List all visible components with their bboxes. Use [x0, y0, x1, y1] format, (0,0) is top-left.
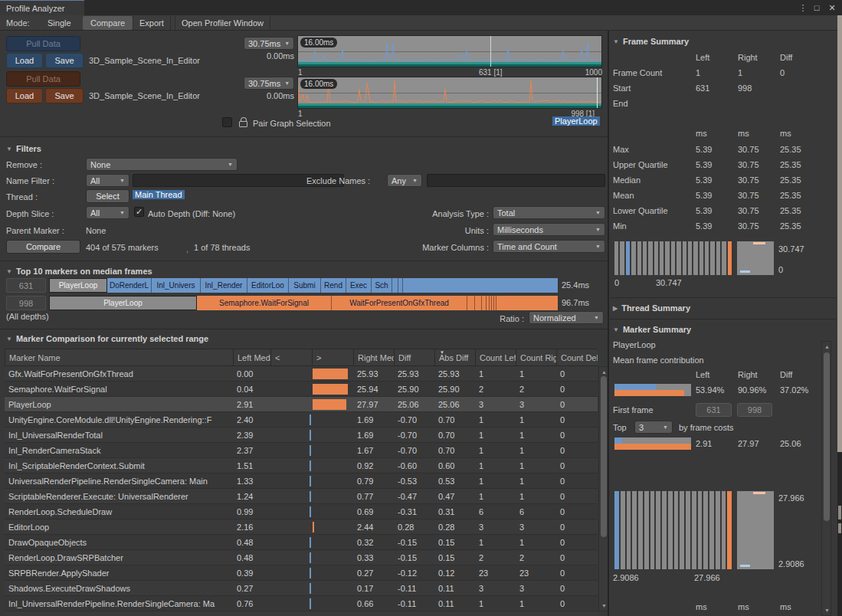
scroll-down-icon[interactable]: ▼ [824, 608, 831, 613]
table-row[interactable]: SRPBRender.ApplyShader0.390.27-0.120.122… [5, 565, 598, 581]
analysis-type-dropdown[interactable]: Total▼ [493, 206, 605, 219]
table-row[interactable]: Inl_RenderCameraStack2.371.67-0.700.7011… [5, 443, 598, 458]
summary-scrollbar[interactable]: ▲ ▼ [821, 341, 831, 616]
table-row[interactable]: DrawOpaqueObjects0.480.32-0.150.15110 [5, 535, 598, 550]
table-row[interactable]: Inl_ScriptableRenderContext.Submit1.510.… [5, 458, 598, 473]
top10-header[interactable]: ▼Top 10 markers on median frames [6, 267, 152, 276]
column-header-2[interactable]: < [270, 349, 312, 365]
thread-value-chip[interactable]: Main Thread [133, 190, 185, 199]
table-row[interactable]: UnityEngine.CoreModule.dll!UnityEngine.R… [5, 412, 598, 428]
first-frame-right-button[interactable]: 998 [737, 403, 772, 417]
frame-time-graph-right[interactable]: 16.00ms [297, 77, 602, 109]
scroll-up-icon[interactable]: ▲ [824, 344, 831, 349]
marker-columns-dropdown[interactable]: Time and Count▼ [493, 240, 605, 253]
pull-data-button-right[interactable]: Pull Data [6, 71, 80, 87]
window-tab[interactable]: Profile Analyzer [0, 0, 84, 15]
units-dropdown[interactable]: Milliseconds▼ [493, 223, 605, 236]
pair-graph-checkbox[interactable] [222, 117, 232, 127]
column-header-8[interactable]: Count Right [516, 349, 556, 365]
top10-segment[interactable] [494, 296, 496, 310]
close-icon[interactable]: ✕ [826, 2, 838, 14]
graph-range-dropdown-left[interactable]: 30.75ms▼ [244, 37, 294, 50]
summary-scrollbar-thumb[interactable] [824, 352, 830, 521]
top10-segment[interactable]: PlayerLoop [49, 296, 197, 310]
marker-comparison-header[interactable]: ▼Marker Comparison for currently selecte… [6, 334, 208, 343]
top10-segment[interactable]: Sch [372, 278, 392, 293]
pull-data-button-left[interactable]: Pull Data [6, 36, 80, 51]
depth-slice-dropdown[interactable]: All▼ [86, 206, 129, 219]
thread-select-button[interactable]: Select [86, 189, 129, 203]
load-button-left[interactable]: Load [6, 53, 43, 68]
top10-segment[interactable]: Submi [289, 278, 321, 293]
table-row[interactable]: ScriptableRenderer.Execute: UniversalRen… [5, 489, 598, 504]
frame-time-graph-left[interactable]: 16.00ms [297, 35, 602, 67]
top10-segment[interactable]: Inl_Render [201, 278, 247, 293]
maximize-icon[interactable]: □ [811, 2, 823, 14]
column-header-0[interactable]: Marker Name [5, 349, 233, 365]
top10-segment[interactable] [398, 278, 403, 293]
open-profiler-window-button[interactable]: Open Profiler Window [175, 16, 270, 30]
table-row[interactable]: UniversalRenderPipeline.RenderSingleCame… [5, 473, 598, 489]
remove-dropdown[interactable]: None▼ [86, 158, 238, 171]
marker-boxplot[interactable] [737, 491, 774, 569]
graph-selection-chip[interactable]: PlayerLoop [552, 116, 600, 126]
mode-single-button[interactable]: Single [40, 16, 79, 30]
name-filter-mode-dropdown[interactable]: All▼ [86, 174, 129, 187]
column-header-5[interactable]: Diff [394, 349, 434, 365]
export-button[interactable]: Export [133, 16, 171, 30]
mode-compare-button[interactable]: Compare [83, 16, 133, 30]
column-header-4[interactable]: Right Median [353, 349, 394, 365]
window-edge-mark [838, 523, 841, 533]
frame-histogram[interactable] [614, 241, 732, 275]
top10-bar[interactable]: PlayerLoopDoRenderLInl_UniversInl_Render… [49, 278, 558, 293]
save-button-right[interactable]: Save [45, 88, 84, 103]
table-row[interactable]: PlayerLoop2.9127.9725.0625.06330 [5, 397, 598, 412]
scroll-up-icon[interactable]: ▲ [601, 369, 608, 375]
top10-segment[interactable]: Inl_Univers [152, 278, 201, 293]
column-header-1[interactable]: Left Median [233, 349, 270, 365]
frame-summary-header[interactable]: ▼Frame Summary [613, 37, 689, 46]
column-header-9[interactable]: Count Delta [556, 349, 598, 365]
load-button-right[interactable]: Load [6, 88, 43, 103]
column-header-6[interactable]: Abs Diff▼ [434, 349, 475, 365]
table-scrollbar-thumb[interactable] [601, 376, 607, 537]
table-row[interactable]: Shadows.ExecuteDrawShadows0.270.17-0.110… [5, 581, 598, 596]
table-row[interactable]: RenderLoop.ScheduleDraw0.990.69-0.310.31… [5, 504, 598, 519]
frame-boxplot[interactable] [737, 241, 774, 275]
top10-bar[interactable]: PlayerLoopSemaphore.WaitForSignalWaitFor… [49, 296, 558, 310]
top10-segment[interactable] [392, 278, 398, 293]
top10-segment[interactable]: WaitForPresentOnGfxThread [332, 296, 467, 310]
auto-depth-checkbox[interactable]: ✓ [134, 207, 144, 217]
compare-button[interactable]: Compare [6, 240, 80, 254]
top10-segment[interactable] [467, 296, 475, 310]
save-button-left[interactable]: Save [45, 53, 84, 68]
exclude-names-input[interactable] [427, 174, 605, 187]
table-row[interactable]: RenderLoop.DrawSRPBatcher0.480.33-0.150.… [5, 550, 598, 565]
marker-summary-header[interactable]: ▼Marker Summary [613, 325, 691, 334]
top10-segment[interactable]: EditorLoo [247, 278, 289, 293]
table-row[interactable]: Inl_UniversalRenderTotal2.391.69-0.700.7… [5, 428, 598, 443]
table-row[interactable]: EditorLoop2.162.440.280.28330 [5, 519, 598, 535]
top-n-dropdown[interactable]: 3▼ [634, 421, 673, 434]
top10-segment[interactable]: Semaphore.WaitForSignal [197, 296, 332, 310]
filters-header[interactable]: ▼Filters [6, 144, 41, 153]
thread-summary-header[interactable]: ▶Thread Summary [613, 303, 690, 313]
graph-range-dropdown-right[interactable]: 30.75ms▼ [244, 77, 294, 90]
top10-segment[interactable]: PlayerLoop [49, 278, 107, 293]
top10-segment[interactable]: Exec [346, 278, 372, 293]
table-row[interactable]: Inl_UniversalRenderPipeline.RenderSingle… [5, 596, 598, 611]
top10-segment[interactable]: DoRenderL [107, 278, 152, 293]
scroll-down-icon[interactable]: ▼ [601, 603, 608, 608]
ratio-dropdown[interactable]: Normalized▼ [529, 311, 604, 324]
table-row[interactable]: Gfx.WaitForPresentOnGfxThread0.0025.9325… [5, 366, 598, 382]
marker-histogram[interactable] [614, 491, 732, 569]
column-header-3[interactable]: > [312, 349, 353, 365]
top10-segment[interactable]: Rend [321, 278, 346, 293]
table-row[interactable]: Semaphore.WaitForSignal0.0425.9425.9025.… [5, 382, 598, 397]
kebab-menu-icon[interactable]: ⋮ [797, 2, 809, 14]
first-frame-left-button[interactable]: 631 [696, 403, 732, 417]
lock-icon[interactable] [238, 117, 247, 126]
exclude-mode-dropdown[interactable]: Any▼ [387, 174, 422, 187]
top10-segment[interactable] [475, 296, 482, 310]
column-header-7[interactable]: Count Left [475, 349, 516, 365]
